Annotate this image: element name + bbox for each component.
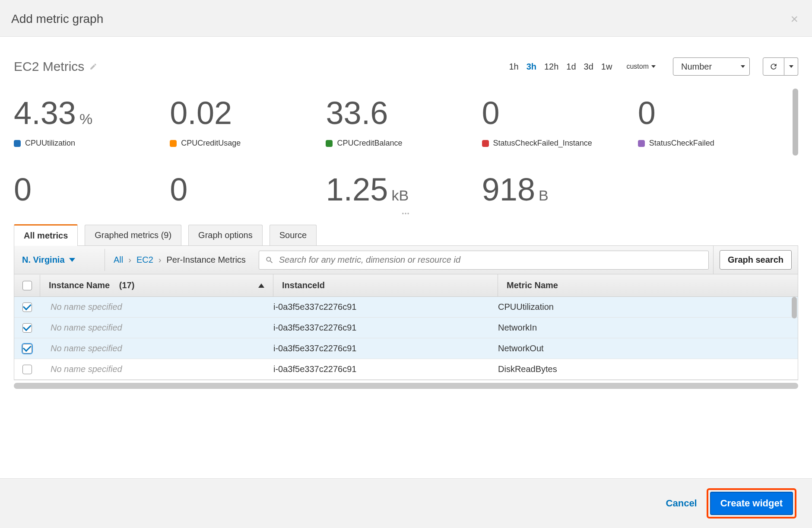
region-select[interactable]: N. Virginia	[14, 249, 105, 271]
table-row[interactable]: No name specifiedi-0a3f5e337c2276c91Netw…	[14, 318, 798, 338]
pencil-icon[interactable]	[89, 63, 97, 70]
legend-swatch	[638, 140, 645, 147]
refresh-dropdown[interactable]	[784, 57, 798, 76]
tab-all-metrics[interactable]: All metrics	[14, 224, 78, 246]
metric-value: 0	[170, 174, 317, 206]
numbers-panel: 4.33%CPUUtilization0.02CPUCreditUsage33.…	[14, 89, 798, 210]
cell-instance-name: No name specified	[40, 297, 273, 317]
time-range-1w[interactable]: 1w	[597, 62, 616, 72]
legend-label: StatusCheckFailed	[649, 139, 714, 148]
metric-legend: CPUCreditUsage	[170, 139, 317, 148]
row-checkbox[interactable]	[22, 323, 32, 333]
custom-label: custom	[626, 63, 649, 70]
metric-number-cell: 4.33%CPUUtilization	[14, 97, 161, 148]
time-range-1d[interactable]: 1d	[562, 62, 580, 72]
tab-source[interactable]: Source	[270, 225, 317, 245]
chevron-down-icon	[69, 258, 75, 262]
metric-number-cell: 0StatusCheckFailed_Instance	[482, 97, 629, 148]
scrollbar-thumb[interactable]	[793, 89, 798, 156]
close-icon[interactable]: ×	[790, 13, 798, 25]
caret-down-icon	[741, 65, 745, 68]
refresh-group	[763, 57, 798, 76]
metric-value: 0.02	[170, 97, 317, 129]
cell-instance-id: i-0a3f5e337c2276c91	[273, 318, 498, 338]
cell-check	[14, 359, 40, 379]
row-checkbox[interactable]	[22, 344, 32, 353]
cell-check	[14, 318, 40, 338]
display-type-select[interactable]: Number	[673, 57, 750, 76]
table-row[interactable]: No name specifiedi-0a3f5e337c2276c91Netw…	[14, 338, 798, 359]
cell-instance-name: No name specified	[40, 338, 273, 359]
time-range-12h[interactable]: 12h	[540, 62, 562, 72]
column-label: Metric Name	[507, 280, 558, 290]
cell-instance-name: No name specified	[40, 359, 273, 379]
legend-swatch	[326, 140, 333, 147]
table-row[interactable]: No name specifiedi-0a3f5e337c2276c91CPUU…	[14, 297, 798, 318]
breadcrumb-separator: ›	[128, 255, 131, 265]
table-header: Instance Name (17) InstanceId Metric Nam…	[14, 274, 798, 297]
cell-metric-name: CPUUtilization	[498, 297, 798, 317]
sort-asc-icon	[258, 283, 264, 288]
resize-handle[interactable]: •••	[0, 210, 812, 219]
cell-instance-id: i-0a3f5e337c2276c91	[273, 297, 498, 317]
tab-graphed-metrics[interactable]: Graphed metrics (9)	[85, 225, 181, 245]
cell-instance-name: No name specified	[40, 318, 273, 338]
graph-title: EC2 Metrics	[14, 59, 84, 74]
cell-metric-name: DiskReadBytes	[498, 359, 798, 379]
table-scrollbar[interactable]	[792, 297, 797, 318]
select-all-checkbox[interactable]	[22, 281, 32, 290]
tabs-row: All metrics Graphed metrics (9) Graph op…	[14, 224, 798, 246]
metric-value: 33.6	[326, 97, 473, 129]
display-type-value: Number	[681, 62, 712, 72]
time-range-custom[interactable]: custom	[621, 63, 657, 70]
vertical-scrollbar[interactable]	[793, 89, 798, 210]
column-metric-name[interactable]: Metric Name	[498, 274, 798, 296]
refresh-icon	[769, 62, 778, 71]
legend-swatch	[14, 140, 21, 147]
legend-label: CPUCreditUsage	[181, 139, 241, 148]
footer: Cancel Create widget	[0, 478, 812, 528]
column-label: Instance Name	[49, 280, 110, 290]
search-icon	[265, 256, 274, 264]
column-instance-name[interactable]: Instance Name (17)	[40, 274, 273, 296]
caret-down-icon	[789, 65, 793, 68]
cell-metric-name: NetworkOut	[498, 338, 798, 359]
metric-value: 4.33%	[14, 97, 161, 129]
row-checkbox[interactable]	[22, 365, 32, 374]
scrollbar-thumb[interactable]	[14, 383, 798, 389]
search-input[interactable]	[279, 255, 702, 265]
table-body: No name specifiedi-0a3f5e337c2276c91CPUU…	[14, 297, 798, 380]
modal-title: Add metric graph	[11, 12, 103, 26]
metric-number-cell: 0StatusCheckFailed	[638, 97, 785, 148]
column-label: InstanceId	[282, 280, 325, 290]
legend-label: StatusCheckFailed_Instance	[493, 139, 592, 148]
column-instance-id[interactable]: InstanceId	[273, 274, 498, 296]
breadcrumb-all[interactable]: All	[114, 255, 123, 265]
tab-graph-options[interactable]: Graph options	[188, 225, 263, 245]
metric-legend: StatusCheckFailed	[638, 139, 785, 148]
column-count: (17)	[119, 280, 135, 290]
cell-check	[14, 297, 40, 317]
graph-search-button[interactable]: Graph search	[720, 250, 792, 270]
horizontal-scrollbar[interactable]	[14, 383, 798, 389]
cell-instance-id: i-0a3f5e337c2276c91	[273, 338, 498, 359]
breadcrumb-ec2[interactable]: EC2	[136, 255, 153, 265]
cell-check	[14, 339, 40, 359]
time-range-1h[interactable]: 1h	[505, 62, 522, 72]
refresh-button[interactable]	[763, 57, 784, 76]
table-row[interactable]: No name specifiedi-0a3f5e337c2276c91Disk…	[14, 359, 798, 380]
cell-metric-name: NetworkIn	[498, 318, 798, 338]
time-range-3h[interactable]: 3h	[523, 62, 540, 72]
metric-legend: CPUUtilization	[14, 139, 161, 148]
metric-number-cell: 0	[14, 174, 161, 206]
create-widget-button[interactable]: Create widget	[710, 492, 793, 515]
cancel-button[interactable]: Cancel	[666, 498, 697, 509]
metric-legend: CPUCreditBalance	[326, 139, 473, 148]
filters-row: N. Virginia All › EC2 › Per-Instance Met…	[14, 246, 798, 274]
time-range-3d[interactable]: 3d	[580, 62, 597, 72]
search-box	[259, 251, 709, 270]
region-label: N. Virginia	[22, 255, 65, 265]
metric-number-cell: 918B	[482, 174, 629, 206]
search-cell	[254, 247, 713, 273]
row-checkbox[interactable]	[22, 302, 32, 312]
